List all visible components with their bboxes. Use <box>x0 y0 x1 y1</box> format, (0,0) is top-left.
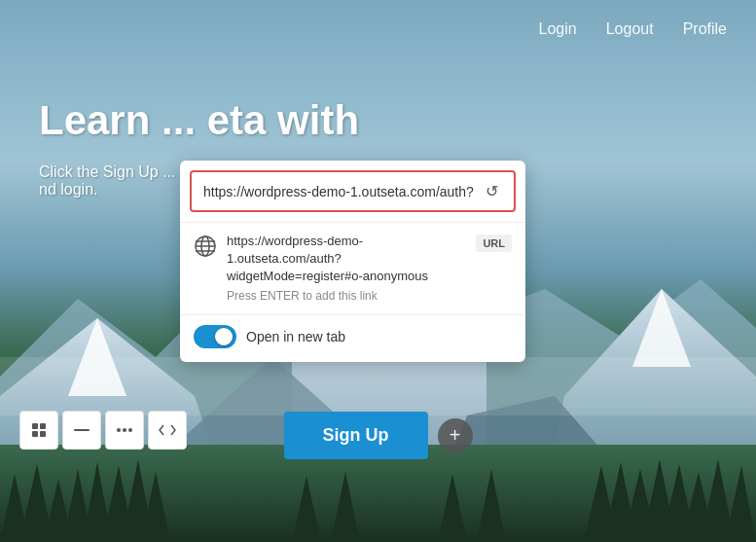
toolbar-minus-btn[interactable] <box>62 411 101 450</box>
open-new-tab-row: Open in new tab <box>180 314 525 362</box>
profile-link[interactable]: Profile <box>683 20 727 38</box>
suggestion-url: https://wordpress-demo-1.outseta.com/aut… <box>227 233 466 286</box>
svg-rect-9 <box>0 357 756 416</box>
link-suggestion[interactable]: https://wordpress-demo-1.outseta.com/aut… <box>180 222 525 314</box>
login-link[interactable]: Login <box>539 20 577 38</box>
suggestion-hint: Press ENTER to add this link <box>227 289 466 303</box>
toolbar-code-btn[interactable] <box>148 411 187 450</box>
toggle-thumb <box>215 328 233 345</box>
svg-rect-32 <box>40 423 46 429</box>
add-block-button[interactable]: + <box>438 418 473 453</box>
navigation: Login Logout Profile <box>0 0 756 58</box>
toolbar-layout-btn[interactable] <box>19 411 58 450</box>
svg-point-37 <box>123 428 126 432</box>
open-new-tab-toggle[interactable] <box>194 325 236 348</box>
bottom-toolbar <box>19 411 187 450</box>
logout-link[interactable]: Logout <box>606 20 654 38</box>
svg-rect-33 <box>32 431 38 437</box>
link-input[interactable] <box>203 184 482 199</box>
globe-icon <box>194 235 217 258</box>
link-reset-button[interactable]: ↺ <box>482 182 502 200</box>
link-input-container: ↺ <box>190 170 516 212</box>
svg-rect-35 <box>74 429 90 431</box>
open-new-tab-label: Open in new tab <box>246 329 345 344</box>
signup-area: Sign Up + <box>284 412 473 459</box>
suggestion-text: https://wordpress-demo-1.outseta.com/aut… <box>227 233 466 303</box>
signup-button[interactable]: Sign Up <box>284 412 428 459</box>
hero-title: Learn ... eta with <box>39 97 717 144</box>
url-badge: URL <box>476 235 512 252</box>
toolbar-dots-btn[interactable] <box>105 411 144 450</box>
link-popup: ↺ https://wordpress-demo-1.outseta.com/a… <box>180 161 525 362</box>
svg-point-38 <box>128 428 132 432</box>
svg-point-36 <box>117 428 121 432</box>
svg-rect-34 <box>40 431 46 437</box>
toggle-track <box>194 325 236 348</box>
svg-rect-31 <box>32 423 38 429</box>
